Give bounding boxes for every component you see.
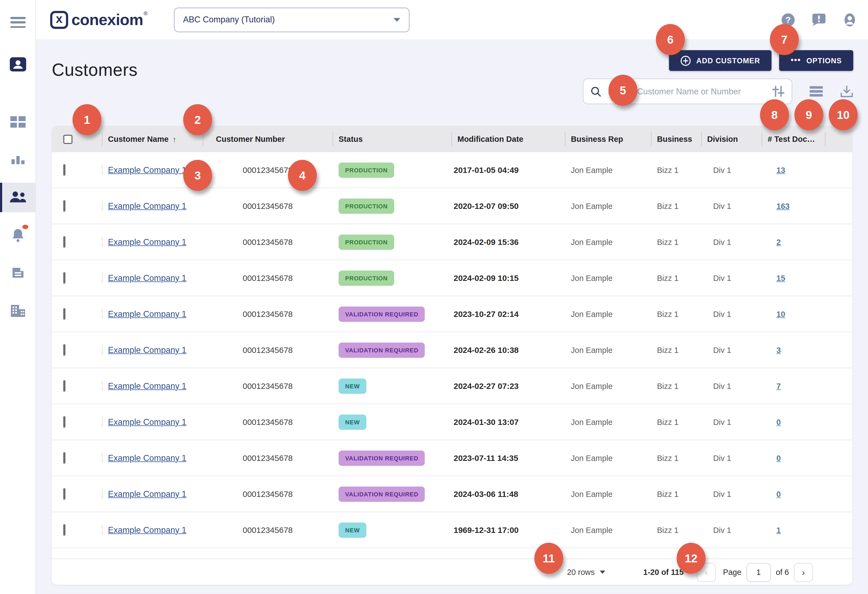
download-icon[interactable] bbox=[840, 85, 853, 98]
add-customer-button[interactable]: ADD CUSTOMER bbox=[669, 50, 772, 71]
sidebar-item-notifications[interactable] bbox=[0, 220, 36, 250]
profile-icon[interactable] bbox=[843, 13, 856, 27]
test-docs-count-link[interactable]: 2 bbox=[776, 238, 781, 247]
division: Div 1 bbox=[701, 238, 762, 246]
customer-number: 00012345678 bbox=[203, 273, 332, 282]
feedback-icon[interactable] bbox=[812, 13, 826, 27]
test-docs-count-link[interactable]: 1 bbox=[776, 526, 781, 535]
test-docs-count-link[interactable]: 0 bbox=[776, 490, 781, 498]
annotation-number: 5 bbox=[620, 84, 626, 97]
customer-name-link[interactable]: Example Company 1 bbox=[108, 525, 186, 535]
test-docs-count-link[interactable]: 7 bbox=[776, 382, 781, 390]
customer-name-link[interactable]: Example Company 1 bbox=[108, 489, 186, 499]
rows-per-page-dropdown[interactable]: 20 rows bbox=[567, 568, 605, 576]
business-rep: Jon Eample bbox=[565, 489, 651, 498]
table-header-row: Customer Name↑ Customer Number Status Mo… bbox=[52, 126, 852, 152]
annotation-number: 8 bbox=[771, 108, 778, 121]
filter-sliders-icon[interactable] bbox=[772, 86, 785, 97]
annotation-number: 4 bbox=[299, 169, 305, 182]
customer-name-link[interactable]: Example Company 1 bbox=[108, 417, 186, 427]
pagination-bar: 20 rows 1-20 of 115 ‹ Page of 6 › bbox=[52, 560, 852, 585]
row-checkbox[interactable] bbox=[63, 272, 65, 284]
annotation-number: 2 bbox=[194, 113, 201, 126]
business: Bizz 1 bbox=[651, 526, 701, 534]
bar-chart-icon bbox=[11, 154, 25, 165]
row-checkbox[interactable] bbox=[63, 380, 65, 392]
test-docs-count-link[interactable]: 10 bbox=[776, 310, 785, 319]
plus-circle-icon bbox=[681, 55, 691, 66]
row-checkbox[interactable] bbox=[63, 164, 65, 176]
business: Bizz 1 bbox=[651, 201, 701, 210]
test-docs-count-link[interactable]: 0 bbox=[776, 418, 781, 427]
column-header-customer-number[interactable]: Customer Number bbox=[203, 126, 332, 152]
page-number-input[interactable] bbox=[746, 563, 771, 582]
row-checkbox[interactable] bbox=[63, 524, 65, 536]
annotation-number: 1 bbox=[84, 113, 90, 126]
customer-number: 00012345678 bbox=[203, 309, 332, 319]
customer-name-link[interactable]: Example Company 1 bbox=[108, 309, 186, 319]
test-docs-count-link[interactable]: 163 bbox=[776, 202, 790, 211]
table-row: Example Company 1 00012345678 VALIDATION… bbox=[52, 296, 852, 332]
table-row: Example Company 1 00012345678 PRODUCTION… bbox=[52, 188, 852, 224]
row-checkbox[interactable] bbox=[63, 200, 65, 212]
chevron-down-icon bbox=[394, 18, 400, 22]
sidebar-item-documents[interactable] bbox=[0, 258, 36, 287]
sidebar-item-customers[interactable] bbox=[0, 183, 36, 212]
column-header-status[interactable]: Status bbox=[332, 126, 452, 152]
page-label: Page bbox=[723, 568, 741, 576]
select-all-checkbox[interactable] bbox=[63, 134, 72, 144]
test-docs-count-link[interactable]: 3 bbox=[776, 346, 781, 355]
customer-name-link[interactable]: Example Company 1 bbox=[108, 201, 186, 211]
customer-number: 00012345678 bbox=[203, 381, 332, 390]
building-icon bbox=[10, 304, 26, 318]
modification-date: 2023-10-27 02:14 bbox=[452, 309, 565, 319]
annotation-circle-9: 9 bbox=[794, 99, 823, 130]
business-rep: Jon Eample bbox=[565, 526, 651, 534]
customer-name-link[interactable]: Example Company 1 bbox=[108, 345, 186, 355]
customer-name-link[interactable]: Example Company 1 bbox=[108, 165, 186, 175]
row-checkbox[interactable] bbox=[63, 236, 65, 248]
sidebar-item-reports[interactable] bbox=[0, 145, 36, 174]
row-checkbox[interactable] bbox=[63, 308, 65, 320]
column-header-modification-date[interactable]: Modification Date bbox=[452, 126, 565, 152]
row-checkbox[interactable] bbox=[63, 452, 65, 464]
customer-name-link[interactable]: Example Company 1 bbox=[108, 273, 186, 283]
status-badge: VALIDATION REQUIRED bbox=[339, 306, 425, 322]
bell-icon bbox=[11, 228, 25, 242]
row-checkbox[interactable] bbox=[63, 488, 65, 499]
business-rep: Jon Eample bbox=[565, 165, 651, 174]
company-selector-dropdown[interactable]: ABC Company (Tutorial) bbox=[174, 7, 409, 32]
sidebar-item-company[interactable] bbox=[0, 296, 36, 326]
page-count-label: of 6 bbox=[776, 568, 789, 576]
customer-name-link[interactable]: Example Company 1 bbox=[108, 453, 186, 463]
sort-ascending-icon[interactable]: ↑ bbox=[172, 134, 176, 144]
business-rep: Jon Eample bbox=[565, 346, 651, 354]
status-badge: NEW bbox=[339, 378, 366, 393]
test-docs-count-link[interactable]: 15 bbox=[776, 274, 785, 282]
customer-number: 00012345678 bbox=[203, 525, 332, 535]
hamburger-menu-icon[interactable] bbox=[10, 17, 26, 28]
sidebar-item-dashboard[interactable] bbox=[0, 108, 36, 137]
customer-name-link[interactable]: Example Company 1 bbox=[108, 237, 186, 247]
column-header-division[interactable]: Division bbox=[701, 126, 762, 152]
company-selector-value: ABC Company (Tutorial) bbox=[183, 15, 394, 25]
app-viewport: x conexiom ® ABC Company (Tutorial) ? bbox=[0, 0, 868, 594]
column-header-business-rep[interactable]: Business Rep bbox=[565, 126, 651, 152]
row-density-icon[interactable] bbox=[810, 86, 823, 96]
customer-name-link[interactable]: Example Company 1 bbox=[108, 381, 186, 391]
table-row: Example Company 1 00012345678 NEW 2024-0… bbox=[52, 368, 852, 404]
annotation-number: 3 bbox=[194, 169, 201, 182]
table-row: Example Company 1 00012345678 PRODUCTION… bbox=[52, 224, 852, 260]
customer-number: 00012345678 bbox=[203, 453, 332, 462]
test-docs-count-link[interactable]: 0 bbox=[776, 454, 781, 462]
row-checkbox[interactable] bbox=[63, 344, 65, 356]
modification-date: 2023-07-11 14:35 bbox=[452, 453, 565, 462]
sidebar bbox=[0, 0, 36, 594]
column-header-business[interactable]: Business bbox=[651, 126, 701, 152]
row-checkbox[interactable] bbox=[63, 416, 65, 428]
sidebar-item-contact-card[interactable] bbox=[0, 50, 36, 79]
next-page-button[interactable]: › bbox=[794, 563, 813, 582]
screen: x conexiom ® ABC Company (Tutorial) ? bbox=[0, 0, 868, 594]
test-docs-count-link[interactable]: 13 bbox=[776, 166, 785, 174]
division: Div 1 bbox=[701, 418, 762, 426]
